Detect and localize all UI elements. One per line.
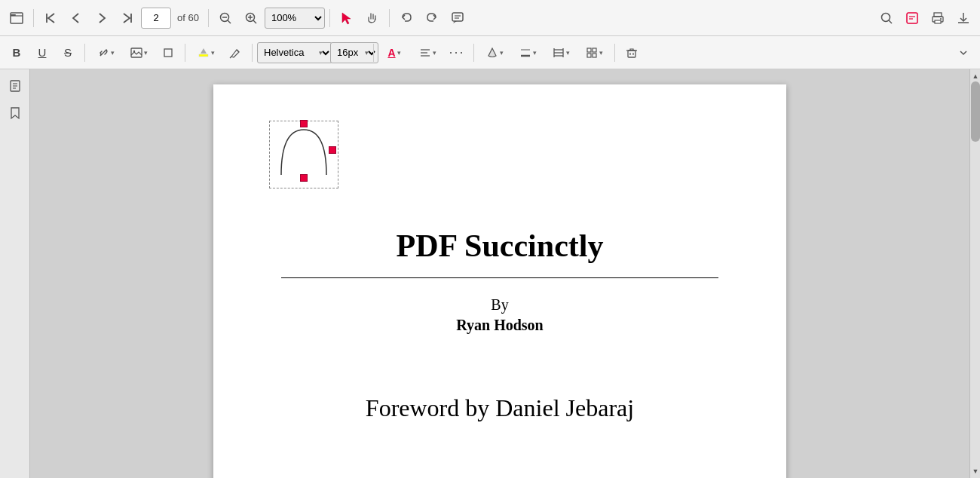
handle-top[interactable] (300, 120, 308, 127)
expand-toolbar-button[interactable] (951, 41, 975, 65)
separator-1 (33, 9, 34, 27)
by-text: By (491, 296, 508, 314)
separator-8 (373, 44, 374, 62)
highlight-button[interactable]: ▾ (190, 41, 222, 65)
image-button[interactable]: ▾ (123, 41, 155, 65)
foreword-text: Foreword by Daniel Jebaraj (366, 394, 634, 422)
doc-page: PDF Succinctly By Ryan Hodson Foreword b… (213, 84, 786, 478)
fill-caret: ▾ (500, 49, 504, 57)
separator-3 (329, 9, 330, 27)
doc-area[interactable]: PDF Succinctly By Ryan Hodson Foreword b… (30, 69, 969, 478)
redo-button[interactable] (420, 6, 444, 30)
svg-rect-20 (934, 13, 942, 17)
last-page-button[interactable] (115, 6, 139, 30)
font-color-button[interactable]: A ▾ (378, 41, 410, 65)
pages-panel-button[interactable] (5, 75, 26, 97)
handle-bottom[interactable] (300, 174, 308, 182)
svg-rect-47 (593, 54, 596, 57)
delete-button[interactable] (620, 41, 644, 65)
of-pages-label: of 60 (177, 12, 199, 23)
svg-rect-30 (199, 54, 208, 57)
zoom-in-button[interactable] (239, 6, 263, 30)
prev-page-button[interactable] (64, 6, 88, 30)
print-button[interactable] (926, 6, 950, 30)
svg-point-23 (940, 18, 942, 20)
bookmarks-panel-button[interactable] (5, 103, 26, 124)
font-color-caret: ▾ (397, 49, 401, 57)
svg-line-10 (253, 20, 256, 23)
cursor-tool-button[interactable] (335, 6, 359, 30)
svg-rect-48 (628, 51, 635, 57)
search-button[interactable] (874, 6, 899, 30)
separator-6 (185, 44, 185, 62)
list-button[interactable]: ▾ (545, 41, 577, 65)
svg-line-32 (237, 50, 239, 52)
comment-button[interactable] (446, 6, 470, 30)
undo-button[interactable] (394, 6, 418, 30)
font-select[interactable]: Helvetica (257, 42, 332, 63)
toolbar-second: B U S ▾ ▾ ▾ Helvetica ▾ 16px ▾ A ▾ (0, 36, 980, 69)
svg-rect-27 (131, 48, 142, 57)
zoom-select[interactable]: 50% 75% 100% 125% 150% 200% (265, 8, 325, 29)
shape-container[interactable] (266, 115, 341, 190)
grid-button[interactable]: ▾ (578, 41, 610, 65)
separator-7 (252, 44, 253, 62)
grid-caret: ▾ (599, 49, 603, 57)
draw-button[interactable] (223, 41, 247, 65)
next-page-button[interactable] (90, 6, 114, 30)
zoom-out-button[interactable] (213, 6, 237, 30)
align-button[interactable]: ▾ (412, 41, 443, 65)
toolbar-right (874, 6, 975, 30)
svg-line-26 (102, 51, 105, 54)
divider-line (281, 277, 718, 278)
svg-rect-29 (164, 49, 172, 57)
border-caret: ▾ (533, 49, 537, 57)
crop-button[interactable] (156, 41, 180, 65)
separator-10 (614, 44, 615, 62)
scrollbar[interactable]: ▲ ▼ (969, 69, 980, 478)
hand-tool-button[interactable] (360, 6, 384, 30)
bold-button[interactable]: B (5, 41, 29, 65)
svg-rect-46 (587, 54, 591, 57)
svg-rect-17 (907, 13, 917, 23)
scroll-thumb[interactable] (971, 81, 980, 142)
open-button[interactable] (5, 6, 29, 30)
svg-marker-31 (201, 48, 207, 54)
link-caret: ▾ (111, 49, 115, 57)
list-caret: ▾ (566, 49, 570, 57)
font-size-select[interactable]: 16px (330, 42, 378, 63)
svg-rect-22 (935, 20, 941, 23)
highlight-caret: ▾ (211, 49, 215, 57)
page-input[interactable] (141, 8, 171, 29)
svg-line-6 (228, 20, 231, 23)
svg-rect-45 (593, 48, 596, 52)
book-title: PDF Succinctly (397, 228, 604, 264)
image-caret: ▾ (144, 49, 148, 57)
more-button[interactable]: ··· (445, 41, 469, 65)
download-button[interactable] (951, 6, 975, 30)
svg-line-16 (889, 20, 892, 23)
svg-rect-12 (452, 13, 463, 21)
svg-point-15 (882, 13, 890, 21)
separator-2 (208, 9, 209, 27)
separator-4 (389, 9, 390, 27)
scroll-arrow-up[interactable]: ▲ (970, 71, 980, 81)
border-button[interactable]: ▾ (512, 41, 544, 65)
first-page-button[interactable] (38, 6, 63, 30)
fill-button[interactable]: ▾ (479, 41, 510, 65)
svg-line-33 (230, 57, 231, 58)
scroll-arrow-down[interactable]: ▼ (970, 466, 980, 476)
separator-5 (84, 44, 85, 62)
author-text: Ryan Hodson (456, 317, 543, 334)
strikethrough-button[interactable]: S (56, 41, 80, 65)
underline-button[interactable]: U (30, 41, 54, 65)
align-caret: ▾ (433, 49, 436, 57)
left-panel (0, 69, 30, 478)
svg-rect-44 (587, 48, 591, 52)
handle-right[interactable] (329, 146, 336, 154)
annotate-button[interactable] (900, 6, 924, 30)
link-button[interactable]: ▾ (90, 41, 121, 65)
svg-marker-11 (342, 13, 351, 24)
separator-9 (473, 44, 474, 62)
toolbar-top: of 60 50% 75% 100% 125% 150% 200% (0, 0, 980, 36)
